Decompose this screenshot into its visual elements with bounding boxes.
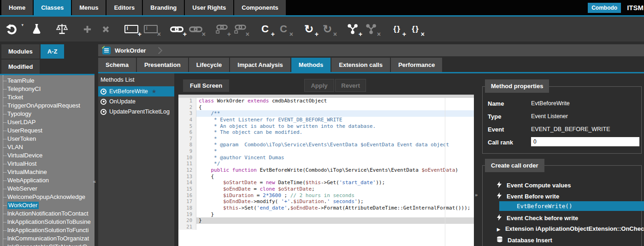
undo-icon[interactable]: ▾ — [5, 22, 18, 36]
property-row-type: Type Event Listener — [488, 112, 640, 121]
sidebar-tabs: ModulesA-Z Modified — [1, 44, 64, 75]
sidebar-tab-modules[interactable]: Modules — [1, 44, 40, 59]
remove-badge: × — [290, 30, 293, 38]
breadcrumb-class-name[interactable]: WorkOrder — [115, 47, 146, 54]
class-item-lnkcommunicationtoorganizat[interactable]: lnkCommunicationToOrganizat — [0, 234, 95, 243]
call-rank-label: Call rank — [488, 139, 531, 146]
nav-tab-components[interactable]: Components — [234, 0, 285, 15]
class-item-virtualmachine[interactable]: VirtualMachine — [0, 168, 95, 176]
chevron-right-icon — [155, 47, 162, 54]
add-link-icon[interactable]: + — [170, 22, 183, 36]
class-item-lnkapplicationsolutiontofuncti[interactable]: lnkApplicationSolutionToFuncti — [0, 226, 95, 234]
class-item-triggeronapprovalrequest[interactable]: TriggerOnApprovalRequest — [0, 102, 95, 110]
class-item-usertoken[interactable]: UserToken — [0, 135, 95, 143]
editor-horizontal-scrollbar-top[interactable] — [178, 95, 474, 98]
tab-extension-calls[interactable]: Extension calls — [331, 58, 390, 72]
tab-presentation[interactable]: Presentation — [137, 58, 188, 72]
nav-tab-classes[interactable]: Classes — [34, 0, 71, 15]
nav-tab-menus[interactable]: Menus — [72, 0, 106, 15]
method-item-onupdate[interactable]: OnUpdate — [98, 96, 174, 107]
call-order-list: Event Compute valuesEvent Before writeEv… — [479, 155, 644, 246]
extension-icon: ▶ — [497, 225, 500, 232]
code-line-6: 6 * The object can be modified. — [178, 129, 474, 136]
tab-schema[interactable]: Schema — [98, 58, 136, 72]
full-screen-button[interactable]: Full Screen — [183, 79, 229, 92]
add-field-icon[interactable]: I+ — [124, 22, 138, 36]
class-item-typology[interactable]: Typology — [0, 110, 95, 118]
method-icon — [100, 99, 106, 105]
object-tabs-accent-line — [98, 72, 644, 73]
delete-transition-icon[interactable]: × — [365, 22, 378, 36]
class-item-userldap[interactable]: UserLDAP — [0, 118, 95, 126]
class-item-lnkapplicationsolutiontobusine[interactable]: lnkApplicationSolutionToBusine — [0, 218, 95, 226]
class-item-workorder[interactable]: WorkOrder — [0, 201, 95, 210]
class-item-teamrule[interactable]: TeamRule — [0, 77, 95, 85]
compare-scales-icon[interactable] — [55, 22, 68, 36]
nav-tab-user-rights[interactable]: User Rights — [185, 0, 233, 15]
tab-performance[interactable]: Performance — [391, 58, 442, 72]
class-item-webserver[interactable]: WebServer — [0, 185, 95, 193]
add-badge: + — [315, 30, 319, 38]
delete-linkset-icon[interactable]: × — [233, 22, 246, 36]
collapse-right-panel-icon[interactable]: » — [475, 192, 478, 197]
nav-tab-branding[interactable]: Branding — [143, 0, 184, 15]
sidebar-tab-a-z[interactable]: A-Z — [41, 44, 65, 59]
code-line-1: 1class WorkOrder extends cmdbAbstractObj… — [178, 98, 474, 104]
delete-lifecycle-icon[interactable]: ↻× — [321, 22, 334, 36]
nav-tab-home[interactable]: Home — [1, 0, 33, 15]
nav-tab-editors[interactable]: Editors — [106, 0, 142, 15]
test-flask-icon[interactable] — [30, 22, 43, 36]
class-item-ticket[interactable]: Ticket — [0, 93, 95, 102]
delete-field-icon[interactable]: I× — [144, 22, 158, 36]
type-value: Event Listener — [531, 113, 568, 120]
add-linkset-icon[interactable]: + — [215, 22, 228, 36]
add-class-icon[interactable]: C+ — [259, 22, 272, 36]
method-item-updateparentticketlog[interactable]: UpdateParentTicketLog — [98, 107, 174, 117]
class-item-welcomepopupacknowledge[interactable]: WelcomePopupAcknowledge — [0, 193, 95, 201]
class-item-virtualdevice[interactable]: VirtualDevice — [0, 151, 95, 160]
name-value: EvtBeforeWrite — [531, 100, 570, 107]
call-order-item-extension-iapplicationobjectextension-onchecktow: ▶Extension iApplicationObjectExtension::… — [497, 225, 644, 232]
class-item-lnkconnectablecitonetworkd[interactable]: lnkConnectableCIToNetworkD — [0, 243, 95, 246]
sidebar-tab-modified[interactable]: Modified — [1, 60, 40, 74]
tab-lifecycle[interactable]: Lifecycle — [189, 58, 230, 72]
dropdown-caret-icon[interactable]: ▾ — [21, 23, 24, 27]
class-item-lnkactionnotificationtocontact[interactable]: lnkActionNotificationToContact — [0, 210, 95, 218]
main-toolbar: ▾I+I×+×+×C+C×↻+↻×+×{ }+{ }× — [0, 17, 644, 42]
database-icon — [497, 236, 502, 244]
delete-link-icon[interactable]: × — [189, 22, 202, 36]
property-row-event: Event EVENT_DB_BEFORE_WRITE — [488, 125, 640, 134]
tab-impact-analysis[interactable]: Impact Analysis — [230, 58, 290, 72]
add-icon[interactable] — [81, 22, 94, 36]
code-line-11: 11 */ — [178, 161, 474, 167]
method-item-evtbeforewrite[interactable]: EvtBeforeWrite★ — [98, 86, 174, 96]
call-order-item-database-insert: Database Insert — [497, 236, 552, 244]
apply-button[interactable]: Apply — [304, 79, 334, 92]
call-order-method-evtbeforewrite[interactable]: EvtBeforeWrite() — [499, 201, 644, 211]
event-value: EVENT_DB_BEFORE_WRITE — [531, 126, 610, 132]
add-method-icon[interactable]: { }+ — [390, 22, 403, 36]
class-item-userrequest[interactable]: UserRequest — [0, 126, 95, 135]
code-line-4: 4 * Event Listener for EVENT_DB_BEFORE_W… — [178, 117, 474, 123]
revert-button[interactable]: Revert — [335, 79, 366, 92]
class-item-telephonyci[interactable]: TelephonyCI — [0, 85, 95, 93]
event-label: Event — [488, 126, 531, 133]
methods-list-panel: Methods List EvtBeforeWrite★OnUpdateUpda… — [98, 73, 174, 246]
add-transition-icon[interactable]: + — [346, 22, 359, 36]
code-line-3: 3 /** — [178, 110, 474, 117]
delete-icon[interactable] — [99, 22, 112, 36]
collapse-sidebar-icon[interactable]: « — [93, 179, 96, 184]
delete-class-icon[interactable]: C× — [277, 22, 290, 36]
class-item-vlan[interactable]: VLAN — [0, 143, 95, 151]
tab-methods[interactable]: Methods — [291, 58, 331, 72]
add-lifecycle-icon[interactable]: ↻+ — [302, 22, 315, 36]
print-margin-line — [445, 98, 445, 246]
call-rank-input[interactable] — [531, 137, 639, 146]
code-editor[interactable]: 1class WorkOrder extends cmdbAbstractObj… — [178, 95, 474, 246]
remove-badge: × — [157, 30, 161, 38]
class-item-virtualhost[interactable]: VirtualHost — [0, 160, 95, 168]
class-item-webapplication[interactable]: WebApplication — [0, 176, 95, 185]
delete-method-icon[interactable]: { }× — [408, 22, 421, 36]
object-tabs: SchemaPresentationLifecycleImpact Analys… — [98, 58, 442, 72]
code-line-17: 17 $oEndDate->modify( '+'.$iDuration.' s… — [178, 198, 474, 205]
